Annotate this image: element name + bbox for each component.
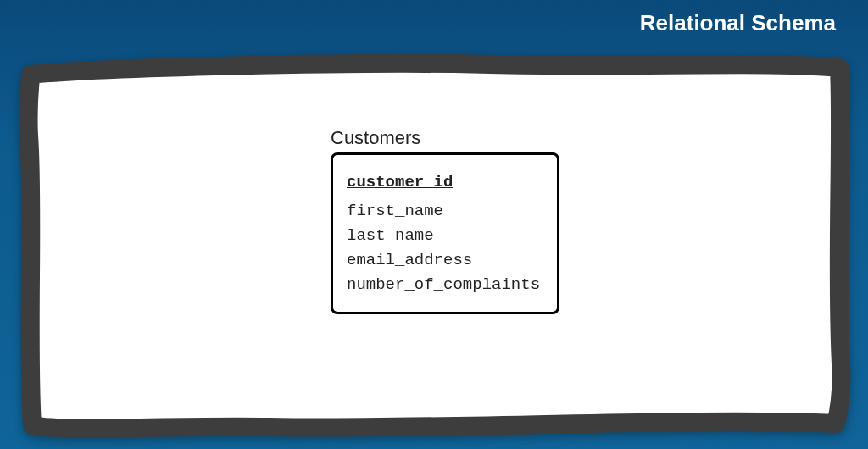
field-item: first_name: [347, 202, 540, 220]
field-item: email_address: [347, 251, 540, 269]
field-primary-key: customer_id: [347, 173, 540, 191]
page-title: Relational Schema: [640, 10, 836, 36]
table-name-label: Customers: [331, 127, 559, 149]
field-item: number_of_complaints: [347, 275, 540, 294]
board-content: Customers customer_id first_name last_na…: [51, 76, 814, 415]
schema-table-customers: Customers customer_id first_name last_na…: [331, 127, 559, 314]
table-fields-box: customer_id first_name last_name email_a…: [331, 152, 559, 314]
field-item: last_name: [347, 226, 540, 245]
